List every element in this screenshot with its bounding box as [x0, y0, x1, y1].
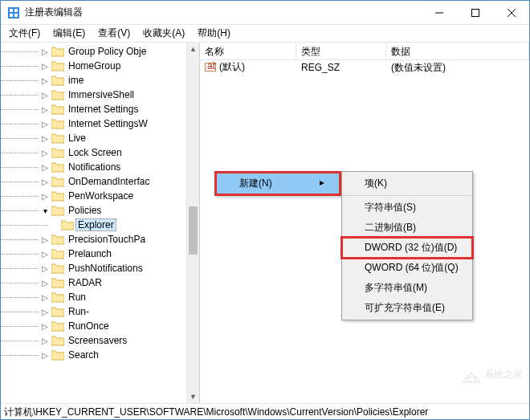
ctx-new-dword[interactable]: DWORD (32 位)值(D): [342, 238, 472, 258]
list-header: 名称 类型 数据: [200, 43, 529, 60]
expand-icon[interactable]: ▷: [39, 161, 51, 173]
tree-node[interactable]: ▷HomeGroup: [1, 59, 199, 73]
menu-help[interactable]: 帮助(H): [191, 25, 237, 42]
expand-icon[interactable]: ▷: [39, 306, 51, 317]
ctx-separator: [343, 195, 471, 196]
ctx-new-qword[interactable]: QWORD (64 位)值(Q): [342, 258, 472, 278]
folder-icon: [51, 205, 64, 216]
menu-favorites[interactable]: 收藏夹(A): [137, 25, 191, 42]
folder-icon: [51, 263, 64, 274]
tree-node-label: PushNotifications: [67, 263, 145, 274]
tree-node[interactable]: ▷Screensavers: [1, 333, 199, 348]
expand-icon[interactable]: ▷: [39, 234, 51, 245]
scroll-up-button[interactable]: ▲: [187, 43, 199, 55]
folder-icon: [51, 349, 64, 361]
expand-icon[interactable]: ▷: [39, 335, 51, 346]
tree-node-label: Live: [67, 133, 88, 144]
menu-edit[interactable]: 编辑(E): [47, 25, 92, 42]
tree-node-label: Run-: [67, 306, 91, 317]
expand-icon[interactable]: ▷: [39, 248, 51, 259]
expand-icon[interactable]: ▷: [39, 60, 51, 71]
folder-icon: [51, 161, 64, 173]
tree-node[interactable]: ▷Notifications: [1, 160, 199, 174]
svg-rect-6: [471, 9, 479, 16]
tree-node-label: Search: [67, 349, 100, 361]
maximize-button[interactable]: [457, 1, 493, 24]
folder-icon: [51, 104, 64, 115]
folder-icon: [51, 277, 64, 288]
tree-node-label: PrecisionTouchPa: [67, 234, 147, 245]
content-area: ▷Group Policy Obje▷HomeGroup▷ime▷Immersi…: [1, 43, 529, 403]
tree-node[interactable]: ▷Lock Screen: [1, 145, 199, 160]
tree-panel: ▷Group Policy Obje▷HomeGroup▷ime▷Immersi…: [1, 43, 200, 403]
ctx-new-string[interactable]: 字符串值(S): [342, 198, 472, 218]
tree-node[interactable]: ▷RADAR: [1, 275, 199, 290]
tree-node-label: Notifications: [67, 161, 122, 173]
value-name: (默认): [219, 61, 245, 72]
expand-icon[interactable]: ▷: [39, 320, 51, 332]
list-row[interactable]: ab(默认) REG_SZ (数值未设置): [200, 60, 529, 75]
ctx-new-label: 新建(N): [239, 177, 272, 189]
tree-node-label: Group Policy Obje: [67, 46, 148, 57]
header-name[interactable]: 名称: [200, 43, 296, 59]
folder-icon: [51, 292, 64, 303]
expand-icon[interactable]: ▷: [39, 349, 51, 361]
folder-icon: [51, 248, 64, 259]
tree-node[interactable]: ▷Run: [1, 290, 199, 304]
tree-node[interactable]: ▷OnDemandInterfac: [1, 174, 199, 189]
titlebar[interactable]: 注册表编辑器: [1, 1, 529, 25]
tree-node[interactable]: ▷Live: [1, 131, 199, 145]
tree-node-label: Screensavers: [67, 335, 128, 346]
tree-node[interactable]: Explorer: [1, 218, 199, 232]
folder-icon: [51, 75, 64, 86]
close-button[interactable]: [493, 1, 529, 24]
tree-node[interactable]: ▷Search: [1, 348, 199, 362]
expand-icon[interactable]: ▷: [39, 277, 51, 288]
scroll-down-button[interactable]: ▼: [187, 390, 199, 403]
expand-icon[interactable]: ▷: [39, 75, 51, 86]
expand-icon[interactable]: ▷: [39, 104, 51, 115]
expand-icon[interactable]: ▷: [39, 89, 51, 100]
expand-icon[interactable]: ▷: [39, 263, 51, 274]
scroll-thumb[interactable]: [189, 206, 198, 255]
expand-icon[interactable]: ▷: [39, 147, 51, 158]
folder-icon: [51, 60, 64, 71]
tree-node[interactable]: ▷Run-: [1, 304, 199, 319]
tree-node[interactable]: ▷PenWorkspace: [1, 189, 199, 203]
tree-node[interactable]: ▷RunOnce: [1, 319, 199, 333]
tree-node[interactable]: ▷Group Policy Obje: [1, 44, 199, 59]
tree-node[interactable]: ▾Policies: [1, 203, 199, 218]
svg-rect-1: [10, 9, 13, 12]
svg-rect-3: [10, 14, 13, 17]
tree-node[interactable]: ▷Internet SettingsW: [1, 116, 199, 131]
expand-icon[interactable]: ▷: [39, 292, 51, 303]
tree-node[interactable]: ▷Prelaunch: [1, 247, 199, 261]
menu-view[interactable]: 查看(V): [92, 25, 137, 42]
registry-tree[interactable]: ▷Group Policy Obje▷HomeGroup▷ime▷Immersi…: [1, 43, 199, 364]
header-data[interactable]: 数据: [386, 43, 529, 59]
tree-node[interactable]: ▷PushNotifications: [1, 261, 199, 275]
menu-file[interactable]: 文件(F): [2, 25, 47, 42]
tree-node[interactable]: ▷PrecisionTouchPa: [1, 232, 199, 247]
expand-icon[interactable]: ▷: [39, 118, 51, 129]
expand-icon[interactable]: ▷: [39, 133, 51, 144]
ctx-new-binary[interactable]: 二进制值(B): [342, 218, 472, 238]
ctx-new-expandstring[interactable]: 可扩充字符串值(E): [342, 298, 472, 318]
header-type[interactable]: 类型: [296, 43, 386, 59]
tree-node[interactable]: ▷ImmersiveShell: [1, 88, 199, 102]
ctx-new[interactable]: 新建(N) ▸: [217, 173, 339, 194]
collapse-icon[interactable]: ▾: [39, 205, 51, 216]
expand-icon[interactable]: ▷: [39, 176, 51, 187]
ctx-new-multistring[interactable]: 多字符串值(M): [342, 278, 472, 298]
tree-scrollbar[interactable]: ▲ ▼: [186, 43, 199, 403]
window-controls: [421, 1, 529, 24]
expand-icon[interactable]: ▷: [39, 46, 51, 57]
app-icon: [7, 6, 20, 19]
tree-node[interactable]: ▷Internet Settings: [1, 102, 199, 116]
minimize-button[interactable]: [421, 1, 457, 24]
tree-node[interactable]: ▷ime: [1, 73, 199, 88]
expand-icon[interactable]: ▷: [39, 190, 51, 202]
tree-node-label: ime: [67, 75, 85, 86]
window-title: 注册表编辑器: [25, 6, 421, 19]
ctx-new-key[interactable]: 项(K): [342, 173, 472, 194]
